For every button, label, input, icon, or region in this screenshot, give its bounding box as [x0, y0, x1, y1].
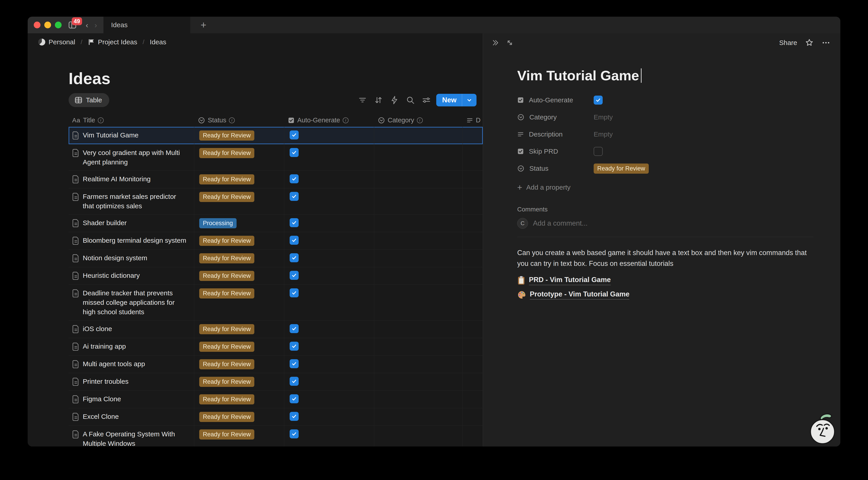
subpage-link[interactable]: PRD - Vim Tutorial Game [517, 276, 813, 285]
description-cell[interactable] [463, 250, 483, 267]
title-cell[interactable]: Printer troubles [69, 373, 194, 390]
doc-body-text[interactable]: Can you create a web based game it shoul… [517, 247, 813, 269]
filter-icon[interactable] [358, 95, 367, 105]
auto-generate-cell[interactable] [284, 408, 374, 426]
table-row[interactable]: Figma Clone Ready for Review [69, 391, 483, 408]
table-row[interactable]: Farmers market sales predictor that opti… [69, 188, 483, 215]
auto-generate-cell[interactable] [284, 356, 374, 373]
table-row[interactable]: Heuristic dictionary Ready for Review [69, 267, 483, 285]
auto-generate-cell[interactable] [284, 127, 374, 144]
description-cell[interactable] [463, 215, 483, 232]
auto-generate-cell[interactable] [284, 373, 374, 390]
more-options-icon[interactable] [822, 38, 831, 47]
checkbox-checked[interactable] [290, 394, 299, 403]
title-cell[interactable]: Vim Tutorial Game [69, 127, 194, 144]
category-cell[interactable] [374, 232, 463, 249]
view-tab-table[interactable]: Table [69, 93, 109, 107]
category-cell[interactable] [374, 426, 463, 447]
description-cell[interactable] [463, 285, 483, 320]
subpage-link-label[interactable]: PRD - Vim Tutorial Game [529, 276, 611, 285]
subpage-link[interactable]: Prototype - Vim Tutorial Game [517, 290, 813, 300]
auto-generate-cell[interactable] [284, 338, 374, 355]
auto-generate-cell[interactable] [284, 321, 374, 338]
nav-back-button[interactable]: ‹ [86, 21, 88, 29]
sidebar-toggle-button[interactable]: 49 [68, 21, 78, 29]
status-badge[interactable]: Ready for Review [199, 288, 254, 298]
checkbox-checked[interactable] [290, 288, 299, 297]
description-cell[interactable] [463, 426, 483, 447]
title-cell[interactable]: A Fake Operating System With Multiple Wi… [69, 426, 194, 447]
table-row[interactable]: Printer troubles Ready for Review [69, 373, 483, 391]
subpage-link-label[interactable]: Prototype - Vim Tutorial Game [530, 290, 629, 300]
property-row[interactable]: Status Ready for Review [517, 160, 813, 177]
status-badge[interactable]: Ready for Review [199, 174, 254, 184]
description-cell[interactable] [463, 171, 483, 188]
title-cell[interactable]: Very cool gradient app with Multi Agent … [69, 144, 194, 171]
status-badge[interactable]: Ready for Review [199, 130, 254, 141]
property-key[interactable]: Skip PRD [517, 148, 594, 155]
table-row[interactable]: Very cool gradient app with Multi Agent … [69, 144, 483, 171]
category-cell[interactable] [374, 356, 463, 373]
status-cell[interactable]: Ready for Review [194, 232, 284, 249]
title-cell[interactable]: iOS clone [69, 321, 194, 338]
close-window-button[interactable] [34, 22, 40, 28]
auto-generate-cell[interactable] [284, 250, 374, 267]
title-cell[interactable]: Notion design system [69, 250, 194, 267]
description-cell[interactable] [463, 373, 483, 390]
checkbox-checked[interactable] [290, 377, 299, 386]
title-cell[interactable]: Figma Clone [69, 391, 194, 408]
title-cell[interactable]: Heuristic dictionary [69, 267, 194, 284]
auto-generate-cell[interactable] [284, 144, 374, 171]
status-cell[interactable]: Ready for Review [194, 188, 284, 214]
status-badge[interactable]: Ready for Review [199, 342, 254, 352]
status-badge[interactable]: Ready for Review [199, 236, 254, 246]
status-cell[interactable]: Ready for Review [194, 391, 284, 408]
auto-generate-cell[interactable] [284, 215, 374, 232]
title-cell[interactable]: Ai training app [69, 338, 194, 355]
favorite-star-icon[interactable] [805, 38, 814, 47]
breadcrumb-item-project-ideas[interactable]: Project Ideas [86, 37, 139, 47]
checkbox-checked[interactable] [290, 192, 299, 201]
category-cell[interactable] [374, 285, 463, 320]
status-cell[interactable]: Ready for Review [194, 356, 284, 373]
breadcrumb-item-ideas[interactable]: Ideas [148, 37, 168, 47]
checkbox-checked[interactable] [290, 174, 299, 183]
status-cell[interactable]: Ready for Review [194, 127, 284, 144]
status-badge[interactable]: Ready for Review [199, 429, 254, 440]
status-badge[interactable]: Ready for Review [199, 253, 254, 263]
property-empty-value[interactable]: Empty [594, 130, 613, 138]
table-row[interactable]: Shader builder Processing [69, 215, 483, 232]
column-header-status[interactable]: Status i [194, 117, 284, 124]
property-key[interactable]: Auto-Generate [517, 96, 594, 104]
status-cell[interactable]: Ready for Review [194, 267, 284, 284]
column-header-title[interactable]: Aa Title i [69, 117, 194, 124]
status-cell[interactable]: Ready for Review [194, 321, 284, 338]
share-button[interactable]: Share [779, 39, 797, 47]
new-tab-button[interactable]: + [200, 20, 207, 30]
category-cell[interactable] [374, 188, 463, 214]
auto-generate-cell[interactable] [284, 188, 374, 214]
table-row[interactable]: Realtime AI Monitoring Ready for Review [69, 171, 483, 188]
category-cell[interactable] [374, 127, 463, 144]
comment-input[interactable]: Add a comment... [533, 219, 588, 228]
status-cell[interactable]: Processing [194, 215, 284, 232]
sort-icon[interactable] [373, 95, 383, 105]
category-cell[interactable] [374, 373, 463, 390]
title-cell[interactable]: Bloomberg terminal design system [69, 232, 194, 249]
table-row[interactable]: iOS clone Ready for Review [69, 321, 483, 338]
checkbox-checked[interactable] [290, 429, 299, 439]
expand-diagonal-icon[interactable] [505, 38, 514, 47]
status-badge[interactable]: Ready for Review [199, 412, 254, 422]
checkbox-checked[interactable] [290, 130, 299, 140]
checkbox-checked[interactable] [290, 342, 299, 351]
table-row[interactable]: Vim Tutorial Game Ready for Review [69, 127, 483, 144]
description-cell[interactable] [463, 321, 483, 338]
status-badge[interactable]: Ready for Review [199, 192, 254, 202]
category-cell[interactable] [374, 391, 463, 408]
checkbox-checked[interactable] [290, 218, 299, 227]
add-property-button[interactable]: + Add a property [517, 181, 813, 194]
tab-ideas[interactable]: Ideas [103, 17, 190, 33]
table-row[interactable]: Deadline tracker that prevents missed co… [69, 285, 483, 321]
auto-generate-cell[interactable] [284, 232, 374, 249]
property-row[interactable]: Auto-Generate [517, 92, 813, 109]
